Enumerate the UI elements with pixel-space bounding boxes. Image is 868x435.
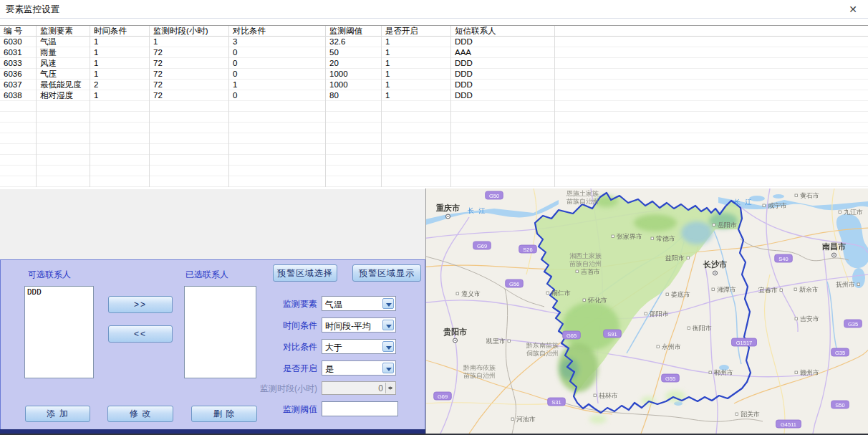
warning-area-display-button[interactable]: 预警区域显示 (352, 264, 421, 282)
table-cell (150, 101, 229, 112)
city-marker (594, 394, 597, 397)
table-cell: 72 (150, 80, 229, 90)
city-label: 河池市 (516, 416, 536, 423)
chevron-down-icon[interactable] (382, 298, 394, 309)
compare-condition-label: 对比条件 (237, 341, 317, 353)
available-contacts-list[interactable]: DDD (24, 286, 94, 378)
city-marker (576, 270, 579, 273)
chevron-down-icon[interactable] (382, 363, 394, 373)
add-button[interactable]: 添 加 (25, 406, 90, 422)
table-cell (451, 166, 555, 176)
period-value: 0 (378, 383, 383, 393)
chevron-down-icon[interactable] (382, 320, 394, 330)
table-header-cell: 监测阈值 (326, 26, 382, 37)
table-cell: 1 (150, 37, 229, 47)
city-label: 永州市 (662, 343, 681, 350)
table-cell (150, 176, 229, 187)
city-label: 抚州市 (836, 281, 855, 288)
table-cell (90, 133, 150, 144)
city-marker (657, 345, 660, 348)
table-cell: 72 (150, 47, 229, 58)
modify-button[interactable]: 修 改 (107, 406, 173, 422)
table-row[interactable]: 6038相对湿度1720801DDD (0, 90, 868, 101)
map-view[interactable]: 重庆市遵义市贵阳市凯里市河池市桂林市铜仁市怀化市吉首市张家界市常德市益阳市岳阳市… (425, 188, 868, 434)
table-cell: 20 (326, 58, 382, 69)
table-filler-cell (555, 80, 868, 90)
table-cell (326, 133, 382, 144)
district-label: 侗族自治州 (526, 350, 559, 357)
city-label: 赣州市 (800, 369, 819, 376)
chevron-down-icon[interactable] (382, 341, 394, 352)
settings-panel: 可选联系人 已选联系人 DDD >> << 预警区域选择 预警区域显示 监测要素… (0, 259, 425, 430)
table-cell (229, 155, 326, 166)
table-cell: 雨量 (37, 47, 90, 58)
table-cell: 气压 (37, 69, 90, 80)
table-cell (229, 123, 326, 133)
table-cell: 6036 (0, 69, 37, 80)
table-cell (382, 155, 451, 166)
table-cell (90, 123, 150, 133)
list-item[interactable]: DDD (25, 287, 93, 297)
table-cell: 72 (150, 90, 229, 101)
city-label: 常德市 (656, 235, 675, 242)
table-row[interactable]: 6037最低能见度272110001DDD (0, 80, 868, 90)
delete-button[interactable]: 删 除 (191, 406, 257, 422)
table-cell: 0 (229, 47, 326, 58)
city-marker (795, 194, 798, 197)
table-cell (326, 101, 382, 112)
table-filler-cell (555, 90, 868, 101)
table-cell: 1 (382, 80, 451, 90)
table-cell: 50 (326, 47, 382, 58)
city-marker (839, 211, 842, 214)
spacer-region (0, 189, 425, 259)
warning-area-select-button[interactable]: 预警区域选择 (273, 264, 337, 282)
table-cell (90, 176, 150, 187)
city-label: 贵阳市 (443, 328, 467, 337)
table-cell: 最低能见度 (37, 80, 90, 90)
city-marker (736, 413, 738, 416)
table-cell (37, 133, 90, 144)
monitoring-table: 编 号监测要素时间条件监测时段(小时)对比条件监测阈值是否开启短信联系人6030… (0, 25, 868, 188)
period-spinner[interactable]: 0 (322, 381, 396, 395)
table-cell (326, 176, 382, 187)
table-row[interactable]: 6030气温11332.61DDD (0, 37, 868, 47)
table-filler-cell (555, 26, 868, 37)
move-right-button[interactable]: >> (108, 296, 173, 313)
threshold-input[interactable] (322, 401, 398, 416)
element-monitoring-settings-window: 要素监控设置 ✕ 编 号监测要素时间条件监测时段(小时)对比条件监测阈值是否开启… (0, 0, 868, 435)
table-row[interactable]: 6031雨量1720501AAA (0, 47, 868, 58)
enabled-dropdown[interactable]: 是 (322, 360, 396, 376)
table-cell (90, 101, 150, 112)
table-filler-cell (555, 144, 868, 155)
time-condition-dropdown[interactable]: 时间段-平均 (322, 317, 396, 333)
table-filler-cell (555, 112, 868, 123)
city-marker (546, 292, 549, 295)
table-empty-row (0, 144, 868, 155)
spinner-arrows-icon[interactable] (385, 383, 395, 393)
table-cell (0, 176, 37, 187)
table-cell: 1000 (326, 80, 382, 90)
compare-condition-dropdown[interactable]: 大于 (322, 339, 396, 354)
table-cell (0, 133, 37, 144)
close-icon[interactable]: ✕ (845, 2, 861, 16)
table-cell (37, 144, 90, 155)
table-cell: 32.6 (326, 37, 382, 47)
district-label: 黔东南苗族 (526, 342, 559, 349)
city-label: 吉首市 (581, 268, 600, 275)
city-marker (645, 312, 647, 315)
table-cell (90, 144, 150, 155)
element-dropdown[interactable]: 气温 (322, 296, 396, 311)
table-row[interactable]: 6036气压172010001DDD (0, 69, 868, 80)
move-left-button[interactable]: << (108, 325, 173, 343)
time-condition-label: 时间条件 (237, 320, 317, 332)
table-cell (451, 133, 555, 144)
table-header-row: 编 号监测要素时间条件监测时段(小时)对比条件监测阈值是否开启短信联系人 (0, 26, 868, 37)
table-cell (382, 133, 451, 144)
table-cell: 72 (150, 58, 229, 69)
city-marker (794, 288, 797, 291)
city-label: 新余市 (799, 286, 819, 293)
table-row[interactable]: 6033风速1720201DDD (0, 58, 868, 69)
table-cell (326, 144, 382, 155)
province-map: 重庆市遵义市贵阳市凯里市河池市桂林市铜仁市怀化市吉首市张家界市常德市益阳市岳阳市… (426, 188, 868, 434)
city-marker (508, 340, 511, 343)
